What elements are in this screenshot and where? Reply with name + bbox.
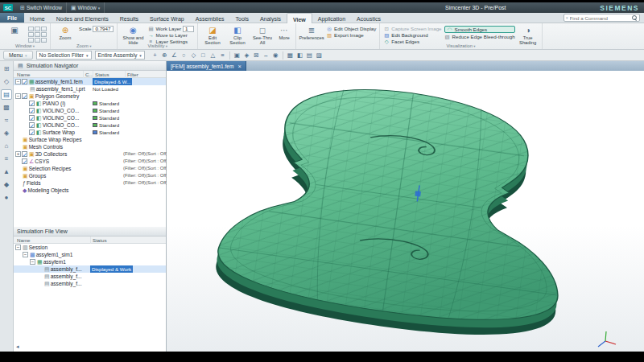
zoom-button[interactable]: Zoom <box>54 25 76 40</box>
pan-view-icon[interactable]: ↔ <box>262 51 270 60</box>
tree-row[interactable]: ◧PIANO (I)Standard <box>14 100 166 107</box>
tree-row[interactable]: ◆Modeling Objects <box>14 187 166 194</box>
rotate-view-icon[interactable]: ◉ <box>271 51 280 60</box>
visibility-checkbox[interactable] <box>29 108 35 113</box>
preferences-button[interactable]: Preferences <box>299 25 324 40</box>
tree-row[interactable]: ▣Selection Recipes(Filter: Off)(Sort : O… <box>14 165 166 172</box>
switch-window-button[interactable]: ⊞ Switch Window <box>16 2 67 13</box>
tree-row[interactable]: −▥Session <box>14 244 166 251</box>
see-thru-all-button[interactable]: See-Thru All <box>251 25 274 45</box>
history-icon[interactable]: ≡ <box>1 154 12 164</box>
tree-row[interactable]: ◧VIOLINO_CO...Standard <box>14 114 166 121</box>
viewport-tab-fem[interactable]: [FEM] assembly_fem1.fem × <box>167 61 246 71</box>
post-processing-navigator-icon[interactable]: ▩ <box>1 102 12 113</box>
group-label-visibility[interactable]: Visibility <box>118 43 197 49</box>
tree-row[interactable]: ∠CSYS(Filter: Off)(Sort : Off) <box>14 158 166 165</box>
tab-application[interactable]: Application <box>312 13 351 23</box>
more-button[interactable]: More <box>276 25 292 40</box>
point-snap-icon[interactable]: + <box>151 51 159 60</box>
tree-row[interactable]: +▣3D Collectors(Filter: Off)(Sort : Off) <box>14 150 166 158</box>
visibility-checkbox[interactable] <box>22 151 27 157</box>
expander[interactable]: − <box>15 245 21 250</box>
window-menu-button[interactable]: ▣ Window ▾ <box>67 2 105 13</box>
fit-view-icon[interactable]: ⊕ <box>160 51 169 60</box>
tab-assemblies[interactable]: Assemblies <box>190 13 230 23</box>
tree-row[interactable]: ▣Surface Wrap Recipes <box>14 136 166 143</box>
tree-row[interactable]: −▦assyfem1 <box>14 258 166 265</box>
tab-tools[interactable]: Tools <box>230 13 254 23</box>
graphics-canvas[interactable] <box>167 71 644 352</box>
tab-file[interactable]: File <box>0 13 24 23</box>
export-image-button[interactable]: Export Image <box>326 32 376 38</box>
midpoint-snap-icon[interactable]: ◇ <box>189 51 198 60</box>
visibility-checkbox[interactable] <box>29 101 35 106</box>
tree-row[interactable]: ◧VIOLINO_CO...Standard <box>14 121 166 129</box>
roles-icon[interactable]: ● <box>1 192 12 203</box>
tab-acoustics[interactable]: Acoustics <box>351 13 386 23</box>
wireframe-view-icon[interactable]: ◈ <box>242 51 251 60</box>
find-command-box[interactable]: ▾ <box>564 14 640 22</box>
vertex-snap-icon[interactable]: △ <box>208 51 217 60</box>
reduce-edge-bleed-button[interactable]: Reduce Edge Bleed-through <box>444 34 515 39</box>
column-header-c[interactable]: C... <box>83 71 93 78</box>
column-header-filter[interactable]: Filter <box>125 71 138 78</box>
file-view-column-header[interactable]: NameStatus <box>14 237 166 244</box>
visibility-checkbox[interactable] <box>29 115 35 121</box>
column-header-name[interactable]: Name <box>15 71 31 78</box>
visibility-checkbox[interactable] <box>22 158 27 164</box>
manage-icon[interactable]: ◆ <box>1 179 12 190</box>
visibility-checkbox[interactable] <box>22 79 27 84</box>
tree-row[interactable]: ▤assembly_f... <box>14 273 166 280</box>
snap-options-icon[interactable]: ≡ <box>218 51 227 60</box>
tree-row[interactable]: −▣Polygon Geometry <box>14 93 166 100</box>
expander[interactable]: − <box>23 252 28 257</box>
clip-section-button[interactable]: Clip Section <box>226 25 249 45</box>
background-style-icon[interactable]: ▨ <box>315 51 324 60</box>
web-browser-icon[interactable]: ⌂ <box>1 141 12 151</box>
orient-view-icon[interactable]: ⊠ <box>252 51 261 60</box>
scale-input[interactable]: 0.7947 <box>93 26 114 32</box>
smooth-edges-button[interactable]: Smooth Edges <box>444 26 515 33</box>
violin-mesh-model[interactable] <box>167 71 644 352</box>
group-label-zoom[interactable]: Zoom <box>51 43 117 49</box>
selection-scope-dropdown[interactable]: Entire Assembly ▾ <box>95 51 145 60</box>
expander[interactable]: − <box>15 93 21 99</box>
visibility-checkbox[interactable] <box>29 122 35 128</box>
column-header-status[interactable]: Status <box>90 237 107 244</box>
constraint-navigator-icon[interactable]: ◇ <box>1 76 12 87</box>
hd3d-tools-icon[interactable]: ◈ <box>1 128 12 138</box>
tree-row[interactable]: ◧VIOLINO_CO...Standard <box>14 107 166 114</box>
capture-screen-image-button[interactable]: Capture Screen Image <box>383 26 441 31</box>
tab-nodes-and-elements[interactable]: Nodes and Elements <box>51 13 114 23</box>
visibility-checkbox[interactable] <box>22 93 27 99</box>
edit-object-display-button[interactable]: Edit Object Display <box>326 26 376 31</box>
find-command-input[interactable] <box>570 15 630 21</box>
tree-row[interactable]: ▣Groups(Filter: Off)(Sort : Off) <box>14 172 166 179</box>
expander[interactable]: + <box>15 151 21 157</box>
expander[interactable]: − <box>30 259 35 265</box>
column-header-name[interactable]: Name <box>15 237 31 244</box>
close-icon[interactable]: × <box>237 63 241 70</box>
graphics-viewport[interactable]: [FEM] assembly_fem1.fem × <box>167 61 644 352</box>
window-layout-buttons[interactable] <box>28 25 47 43</box>
selection-filter-dropdown[interactable]: No Selection Filter ▾ <box>36 51 92 60</box>
navigator-column-header[interactable]: NameC...StatusFilter <box>14 71 166 78</box>
column-header-status[interactable]: Status <box>93 71 109 78</box>
tree-row[interactable]: ▣Mesh Controls <box>14 143 166 150</box>
tree-row[interactable]: ▤assembly_f...Displayed & Work <box>14 265 166 273</box>
simulation-navigator-icon[interactable]: ▤ <box>1 89 12 100</box>
xy-function-navigator-icon[interactable]: ≈ <box>1 115 12 125</box>
tree-row[interactable]: ◧Surface WrapStandard <box>14 129 166 136</box>
expander[interactable]: − <box>15 79 21 84</box>
section-view-icon[interactable]: ◧ <box>295 51 304 60</box>
tree-row[interactable]: ƒFields(Filter: Off)(Sort : Off) <box>14 179 166 187</box>
circle-center-snap-icon[interactable]: ○ <box>180 51 188 60</box>
group-label-window[interactable]: Window <box>0 43 50 49</box>
tab-analysis[interactable]: Analysis <box>254 13 287 23</box>
mesh-display-icon[interactable]: ▦ <box>286 51 295 60</box>
tab-surface-wrap[interactable]: Surface Wrap <box>144 13 190 23</box>
tree-row[interactable]: −▦assembly_fem1.femDisplayed & W... <box>14 78 166 85</box>
shaded-view-icon[interactable]: ▣ <box>233 51 242 60</box>
tree-row[interactable]: ▤assembly_fem1_i.prtNot Loaded <box>14 85 166 93</box>
edit-background-button[interactable]: Edit Background <box>383 32 441 38</box>
